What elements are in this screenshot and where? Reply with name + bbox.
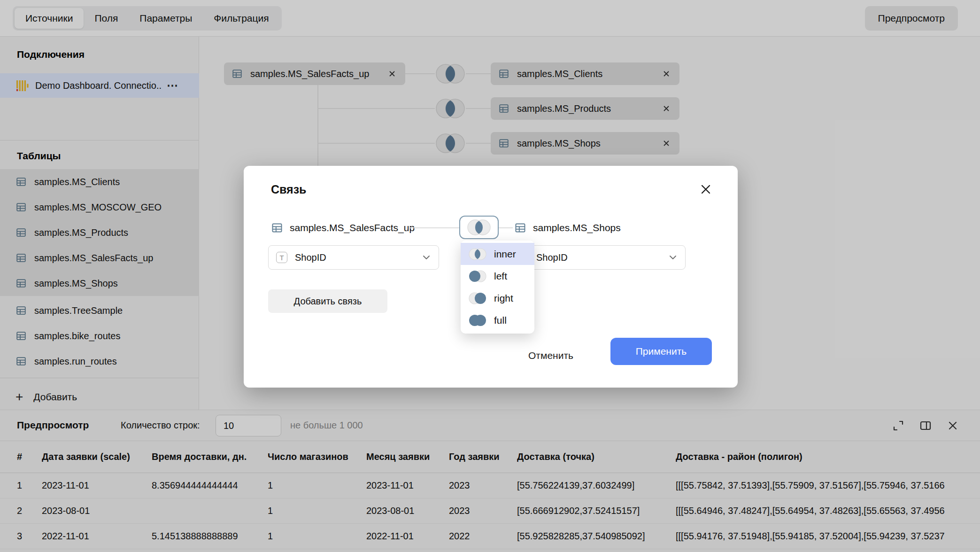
close-modal-icon[interactable]	[699, 183, 712, 196]
chevron-down-icon	[669, 255, 677, 260]
right-field-value: ShopID	[536, 252, 669, 263]
left-field-value: ShopID	[295, 252, 423, 263]
left-table-name: samples.MS_SalesFacts_up	[290, 222, 415, 233]
connector-line	[409, 227, 459, 228]
join-option-label: full	[494, 315, 507, 326]
modal-title: Связь	[271, 183, 306, 196]
venn-full-icon	[468, 314, 487, 327]
join-option-label: right	[494, 293, 513, 304]
table-icon	[271, 222, 283, 234]
chevron-down-icon	[423, 255, 430, 260]
join-option-full[interactable]: full	[461, 309, 534, 331]
venn-inner-icon	[466, 219, 492, 236]
dataset-editor-app: Источники Поля Параметры Фильтрация Пред…	[0, 0, 980, 552]
join-option-label: inner	[494, 249, 516, 260]
add-link-button[interactable]: Добавить связь	[268, 289, 387, 313]
join-type-dropdown: inner left right full	[461, 241, 534, 334]
join-type-selector[interactable]	[459, 216, 499, 239]
join-option-left[interactable]: left	[461, 265, 534, 287]
venn-inner-icon	[468, 248, 487, 261]
connector-line	[499, 227, 513, 228]
join-option-inner[interactable]: inner	[461, 243, 534, 265]
join-option-right[interactable]: right	[461, 287, 534, 309]
venn-left-icon	[468, 270, 487, 283]
string-type-icon: T	[276, 252, 287, 263]
cancel-button[interactable]: Отменить	[520, 344, 582, 367]
join-option-label: left	[494, 271, 507, 282]
venn-right-icon	[468, 292, 487, 305]
modal-right-table: samples.MS_Shops	[514, 221, 621, 234]
table-icon	[514, 222, 526, 234]
apply-button[interactable]: Применить	[610, 338, 712, 365]
right-table-name: samples.MS_Shops	[533, 222, 621, 233]
modal-left-table: samples.MS_SalesFacts_up	[271, 221, 415, 234]
left-field-select[interactable]: T ShopID	[268, 245, 439, 270]
right-field-select[interactable]: T ShopID	[509, 245, 686, 270]
